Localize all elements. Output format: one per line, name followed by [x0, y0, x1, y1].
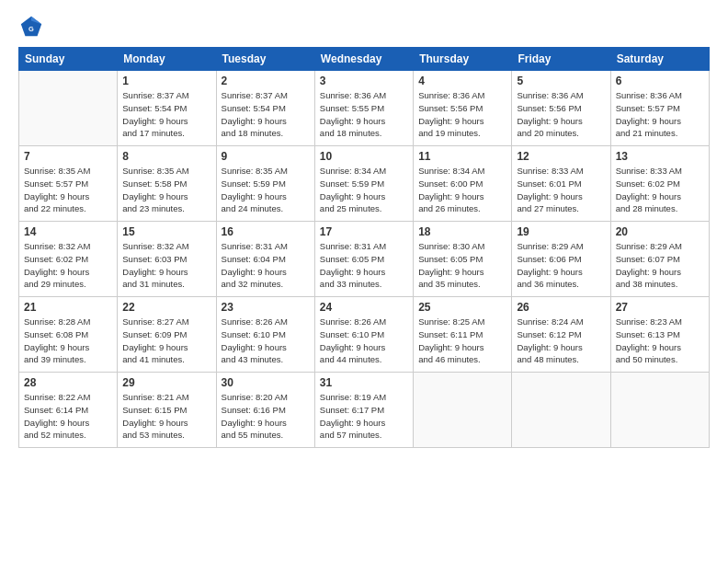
day-cell	[414, 373, 512, 448]
day-info: Sunrise: 8:34 AMSunset: 6:00 PMDaylight:…	[418, 165, 506, 215]
day-info: Sunrise: 8:36 AMSunset: 5:55 PMDaylight:…	[320, 89, 408, 140]
day-cell: 29Sunrise: 8:21 AMSunset: 6:15 PMDayligh…	[118, 373, 216, 448]
day-number: 27	[616, 301, 704, 314]
day-info: Sunrise: 8:37 AMSunset: 5:54 PMDaylight:…	[122, 89, 210, 140]
day-cell: 31Sunrise: 8:19 AMSunset: 6:17 PMDayligh…	[314, 373, 413, 448]
day-number: 17	[320, 225, 408, 238]
weekday-monday: Monday	[118, 48, 216, 71]
week-row-2: 14Sunrise: 8:32 AMSunset: 6:02 PMDayligh…	[19, 222, 710, 297]
day-cell: 10Sunrise: 8:34 AMSunset: 5:59 PMDayligh…	[314, 146, 413, 222]
week-row-0: 1Sunrise: 8:37 AMSunset: 5:54 PMDaylight…	[19, 71, 710, 146]
day-cell: 26Sunrise: 8:24 AMSunset: 6:12 PMDayligh…	[512, 297, 610, 373]
day-number: 2	[222, 75, 310, 87]
day-info: Sunrise: 8:29 AMSunset: 6:06 PMDaylight:…	[517, 240, 605, 291]
day-number: 31	[320, 376, 408, 389]
logo: G	[18, 14, 48, 40]
day-cell: 14Sunrise: 8:32 AMSunset: 6:02 PMDayligh…	[19, 222, 118, 297]
day-info: Sunrise: 8:20 AMSunset: 6:16 PMDaylight:…	[222, 391, 310, 442]
svg-text:G: G	[28, 25, 34, 33]
week-row-3: 21Sunrise: 8:28 AMSunset: 6:08 PMDayligh…	[19, 297, 710, 373]
day-cell: 15Sunrise: 8:32 AMSunset: 6:03 PMDayligh…	[118, 222, 216, 297]
day-info: Sunrise: 8:22 AMSunset: 6:14 PMDaylight:…	[24, 391, 112, 442]
header: G	[18, 14, 710, 40]
weekday-sunday: Sunday	[19, 48, 118, 71]
day-number: 8	[122, 150, 210, 163]
day-info: Sunrise: 8:34 AMSunset: 5:59 PMDaylight:…	[320, 165, 408, 215]
day-info: Sunrise: 8:32 AMSunset: 6:03 PMDaylight:…	[122, 240, 210, 291]
day-cell	[610, 373, 709, 448]
day-cell: 11Sunrise: 8:34 AMSunset: 6:00 PMDayligh…	[414, 146, 512, 222]
day-cell: 8Sunrise: 8:35 AMSunset: 5:58 PMDaylight…	[118, 146, 216, 222]
day-number: 4	[418, 75, 506, 87]
day-cell: 13Sunrise: 8:33 AMSunset: 6:02 PMDayligh…	[610, 146, 709, 222]
day-number: 15	[122, 225, 210, 238]
weekday-friday: Friday	[512, 48, 610, 71]
day-number: 14	[24, 225, 112, 238]
day-cell: 2Sunrise: 8:37 AMSunset: 5:54 PMDaylight…	[216, 71, 314, 146]
day-cell: 24Sunrise: 8:26 AMSunset: 6:10 PMDayligh…	[314, 297, 413, 373]
weekday-tuesday: Tuesday	[216, 48, 314, 71]
day-cell: 23Sunrise: 8:26 AMSunset: 6:10 PMDayligh…	[216, 297, 314, 373]
day-info: Sunrise: 8:27 AMSunset: 6:09 PMDaylight:…	[122, 316, 210, 366]
week-row-4: 28Sunrise: 8:22 AMSunset: 6:14 PMDayligh…	[19, 373, 710, 448]
day-number: 21	[24, 301, 112, 314]
day-cell: 19Sunrise: 8:29 AMSunset: 6:06 PMDayligh…	[512, 222, 610, 297]
day-info: Sunrise: 8:33 AMSunset: 6:01 PMDaylight:…	[517, 165, 605, 215]
day-info: Sunrise: 8:25 AMSunset: 6:11 PMDaylight:…	[418, 316, 506, 366]
day-number: 7	[24, 150, 112, 163]
day-number: 20	[616, 225, 704, 238]
day-info: Sunrise: 8:35 AMSunset: 5:59 PMDaylight:…	[222, 165, 310, 215]
day-cell: 3Sunrise: 8:36 AMSunset: 5:55 PMDaylight…	[314, 71, 413, 146]
weekday-header-row: SundayMondayTuesdayWednesdayThursdayFrid…	[19, 48, 710, 71]
day-info: Sunrise: 8:23 AMSunset: 6:13 PMDaylight:…	[616, 316, 704, 366]
day-cell: 7Sunrise: 8:35 AMSunset: 5:57 PMDaylight…	[19, 146, 118, 222]
day-number: 3	[320, 75, 408, 87]
day-number: 23	[222, 301, 310, 314]
day-info: Sunrise: 8:30 AMSunset: 6:05 PMDaylight:…	[418, 240, 506, 291]
day-cell: 18Sunrise: 8:30 AMSunset: 6:05 PMDayligh…	[414, 222, 512, 297]
day-cell: 22Sunrise: 8:27 AMSunset: 6:09 PMDayligh…	[118, 297, 216, 373]
day-number: 28	[24, 376, 112, 389]
day-number: 1	[122, 75, 210, 87]
weekday-saturday: Saturday	[610, 48, 709, 71]
day-cell: 25Sunrise: 8:25 AMSunset: 6:11 PMDayligh…	[414, 297, 512, 373]
week-row-1: 7Sunrise: 8:35 AMSunset: 5:57 PMDaylight…	[19, 146, 710, 222]
day-cell: 17Sunrise: 8:31 AMSunset: 6:05 PMDayligh…	[314, 222, 413, 297]
day-number: 5	[517, 75, 605, 87]
day-cell	[512, 373, 610, 448]
day-cell: 9Sunrise: 8:35 AMSunset: 5:59 PMDaylight…	[216, 146, 314, 222]
day-number: 24	[320, 301, 408, 314]
weekday-thursday: Thursday	[414, 48, 512, 71]
weekday-wednesday: Wednesday	[314, 48, 413, 71]
day-info: Sunrise: 8:24 AMSunset: 6:12 PMDaylight:…	[517, 316, 605, 366]
day-info: Sunrise: 8:36 AMSunset: 5:57 PMDaylight:…	[616, 89, 704, 140]
day-info: Sunrise: 8:35 AMSunset: 5:57 PMDaylight:…	[24, 165, 112, 215]
day-info: Sunrise: 8:31 AMSunset: 6:05 PMDaylight:…	[320, 240, 408, 291]
day-number: 19	[517, 225, 605, 238]
logo-icon: G	[18, 14, 44, 40]
page: G SundayMondayTuesdayWednesdayThursdayFr…	[0, 0, 728, 563]
day-cell	[19, 71, 118, 146]
day-cell: 1Sunrise: 8:37 AMSunset: 5:54 PMDaylight…	[118, 71, 216, 146]
day-info: Sunrise: 8:26 AMSunset: 6:10 PMDaylight:…	[222, 316, 310, 366]
day-info: Sunrise: 8:32 AMSunset: 6:02 PMDaylight:…	[24, 240, 112, 291]
day-cell: 21Sunrise: 8:28 AMSunset: 6:08 PMDayligh…	[19, 297, 118, 373]
day-number: 22	[122, 301, 210, 314]
day-info: Sunrise: 8:35 AMSunset: 5:58 PMDaylight:…	[122, 165, 210, 215]
day-info: Sunrise: 8:21 AMSunset: 6:15 PMDaylight:…	[122, 391, 210, 442]
day-info: Sunrise: 8:37 AMSunset: 5:54 PMDaylight:…	[222, 89, 310, 140]
day-number: 29	[122, 376, 210, 389]
day-cell: 20Sunrise: 8:29 AMSunset: 6:07 PMDayligh…	[610, 222, 709, 297]
day-number: 13	[616, 150, 704, 163]
day-info: Sunrise: 8:36 AMSunset: 5:56 PMDaylight:…	[517, 89, 605, 140]
day-info: Sunrise: 8:28 AMSunset: 6:08 PMDaylight:…	[24, 316, 112, 366]
day-cell: 4Sunrise: 8:36 AMSunset: 5:56 PMDaylight…	[414, 71, 512, 146]
calendar-table: SundayMondayTuesdayWednesdayThursdayFrid…	[18, 47, 710, 448]
day-cell: 5Sunrise: 8:36 AMSunset: 5:56 PMDaylight…	[512, 71, 610, 146]
day-info: Sunrise: 8:29 AMSunset: 6:07 PMDaylight:…	[616, 240, 704, 291]
day-number: 9	[222, 150, 310, 163]
day-cell: 16Sunrise: 8:31 AMSunset: 6:04 PMDayligh…	[216, 222, 314, 297]
day-cell: 27Sunrise: 8:23 AMSunset: 6:13 PMDayligh…	[610, 297, 709, 373]
day-cell: 28Sunrise: 8:22 AMSunset: 6:14 PMDayligh…	[19, 373, 118, 448]
day-number: 26	[517, 301, 605, 314]
